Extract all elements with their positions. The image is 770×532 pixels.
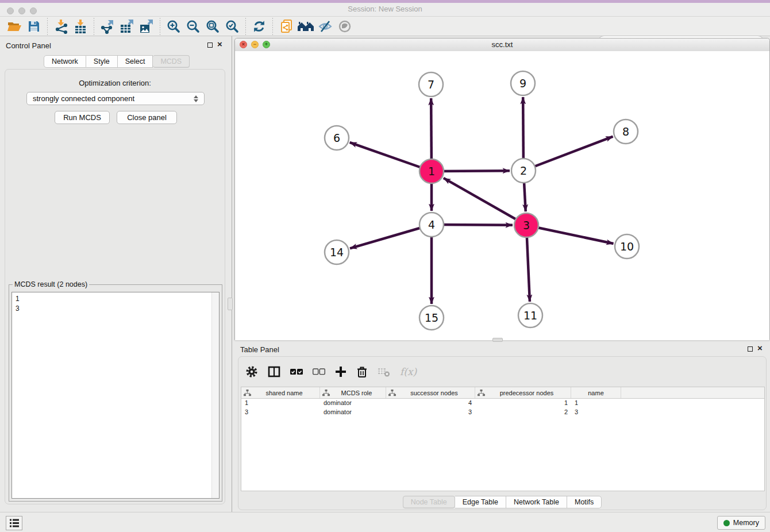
export-network-button[interactable]: [98, 18, 117, 35]
network-view-window: × − + scc.txt 7968124314101511: [234, 38, 770, 340]
window-title: Session: New Session: [0, 5, 770, 13]
delete-table-button[interactable]: [378, 366, 390, 377]
cell-predecessor-nodes: 1: [475, 399, 571, 408]
graph-edge-2-8[interactable]: [523, 137, 613, 171]
tab-network-table[interactable]: Network Table: [506, 496, 567, 508]
zoom-fit-button[interactable]: [203, 18, 222, 35]
cell-name: 1: [571, 399, 621, 408]
column-header-name[interactable]: name: [571, 387, 621, 398]
float-panel-icon[interactable]: [207, 43, 213, 48]
close-panel-button[interactable]: Close panel: [117, 111, 177, 124]
export-table-icon: [120, 19, 135, 34]
tab-motifs[interactable]: Motifs: [567, 496, 602, 508]
cell-successor-nodes: 3: [386, 408, 475, 417]
zoom-in-button[interactable]: [164, 18, 183, 35]
open-session-button[interactable]: [5, 18, 24, 35]
hierarchy-icon: [244, 390, 251, 396]
graph-node-label-7: 7: [428, 78, 434, 91]
float-table-panel-icon[interactable]: [748, 346, 753, 352]
mcds-result-group: MCDS result (2 nodes) 1 3: [9, 284, 222, 502]
zoom-selected-button[interactable]: [222, 18, 242, 35]
select-all-columns-button[interactable]: [290, 368, 303, 375]
import-network-button[interactable]: [51, 18, 71, 35]
network-window-titlebar[interactable]: × − + scc.txt: [235, 38, 769, 52]
documents-share-icon: [279, 19, 294, 34]
hide-graphics-details-button[interactable]: [315, 18, 335, 35]
column-header-successor-nodes[interactable]: successor nodes: [386, 387, 475, 398]
close-panel-icon[interactable]: ×: [217, 41, 222, 48]
horizontal-divider-handle[interactable]: [492, 338, 503, 342]
mcds-tab-content: Optimization criterion: strongly connect…: [5, 69, 225, 504]
graph-edge-3-10[interactable]: [526, 225, 614, 244]
node-table: shared name MCDS role successor nodes pr…: [241, 387, 765, 491]
task-history-button[interactable]: [6, 516, 22, 530]
toolbar-separator: [94, 18, 94, 35]
graph-node-label-10: 10: [620, 240, 634, 253]
export-network-icon: [100, 19, 115, 34]
graph-edge-1-6[interactable]: [350, 142, 432, 171]
table-panel: Table Panel ×: [234, 342, 770, 512]
function-builder-button[interactable]: f(x): [400, 366, 417, 377]
memory-label: Memory: [733, 519, 759, 527]
column-header-mcds-role[interactable]: MCDS role: [320, 387, 386, 398]
tab-edge-table[interactable]: Edge Table: [455, 496, 506, 508]
dropdown-stepper-icon: [194, 95, 198, 102]
eye-slash-icon: [318, 19, 333, 34]
list-icon: [9, 518, 20, 528]
delete-column-button[interactable]: [356, 365, 368, 378]
zoom-out-icon: [186, 19, 201, 34]
tab-node-table[interactable]: Node Table: [403, 496, 455, 508]
network-graph: 7968124314101511: [235, 51, 769, 340]
column-header-predecessor-nodes[interactable]: predecessor nodes: [475, 387, 571, 398]
memory-status-icon: [723, 520, 730, 526]
network-canvas[interactable]: 7968124314101511: [235, 51, 769, 340]
tab-network[interactable]: Network: [44, 55, 86, 68]
graph-node-label-4: 4: [428, 218, 435, 231]
create-column-button[interactable]: [335, 366, 346, 377]
criterion-dropdown[interactable]: strongly connected component: [26, 92, 205, 105]
birds-eye-view-button[interactable]: [335, 18, 355, 35]
export-table-button[interactable]: [117, 18, 137, 35]
graph-node-label-15: 15: [425, 311, 438, 324]
control-panel-title: Control Panel: [6, 41, 51, 50]
table-row[interactable]: 1 dominator 4 1 1: [241, 399, 764, 408]
apply-layout-button[interactable]: [249, 18, 269, 35]
graph-node-label-9: 9: [519, 77, 526, 90]
memory-button[interactable]: Memory: [717, 516, 765, 530]
column-header-shared-name[interactable]: shared name: [241, 387, 320, 398]
graph-node-label-3: 3: [523, 219, 530, 232]
hierarchy-icon: [478, 390, 485, 396]
panel-divider: [232, 36, 232, 512]
zoom-out-button[interactable]: [183, 18, 203, 35]
criterion-value: strongly connected component: [33, 94, 134, 103]
table-row[interactable]: 3 dominator 3 2 3: [241, 408, 764, 417]
save-session-button[interactable]: [24, 18, 44, 35]
import-table-button[interactable]: [71, 18, 90, 35]
tab-select[interactable]: Select: [118, 55, 153, 68]
show-column-button[interactable]: [268, 365, 280, 378]
close-table-panel-icon[interactable]: ×: [757, 345, 763, 352]
table-panel-content: f(x) shared name MCDS role successor nod…: [238, 356, 767, 510]
toolbar-separator: [272, 18, 273, 35]
zoom-selected-icon: [225, 19, 240, 34]
tab-style[interactable]: Style: [86, 55, 118, 68]
mcds-result-list[interactable]: 1 3: [11, 292, 220, 499]
plus-icon: [335, 366, 346, 377]
trash-icon: [356, 365, 368, 378]
tab-mcds[interactable]: MCDS: [153, 55, 190, 68]
cell-name: 3: [571, 408, 621, 417]
graph-node-label-11: 11: [523, 309, 537, 322]
panel-divider-handle[interactable]: [228, 298, 233, 310]
open-folder-icon: [6, 20, 22, 33]
result-scrollbar[interactable]: [211, 292, 219, 498]
run-mcds-button[interactable]: Run MCDS: [55, 111, 110, 124]
show-all-networks-button[interactable]: [296, 18, 315, 35]
graph-edge-3-1[interactable]: [444, 178, 526, 225]
new-network-from-selection-button[interactable]: [276, 18, 296, 35]
unselect-all-columns-button[interactable]: [313, 368, 325, 375]
control-panel: Control Panel × Network Style Select MCD…: [0, 36, 231, 512]
table-settings-button[interactable]: [245, 365, 258, 378]
split-columns-icon: [268, 365, 280, 378]
table-toolbar: f(x): [245, 361, 417, 382]
export-image-button[interactable]: [137, 18, 156, 35]
